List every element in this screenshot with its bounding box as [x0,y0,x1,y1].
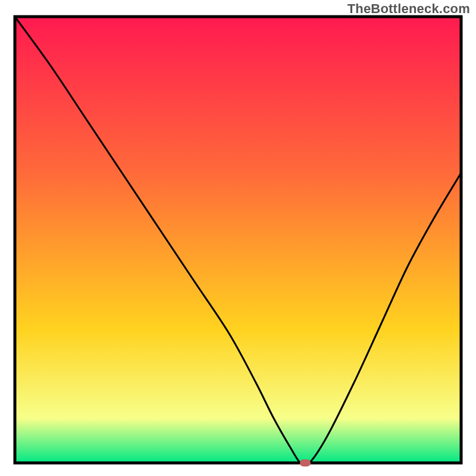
plot-background [15,17,461,463]
bottleneck-chart [0,0,476,476]
watermark-text: TheBottleneck.com [347,1,470,17]
chart-container: TheBottleneck.com [0,0,476,476]
bottleneck-marker [300,459,311,466]
